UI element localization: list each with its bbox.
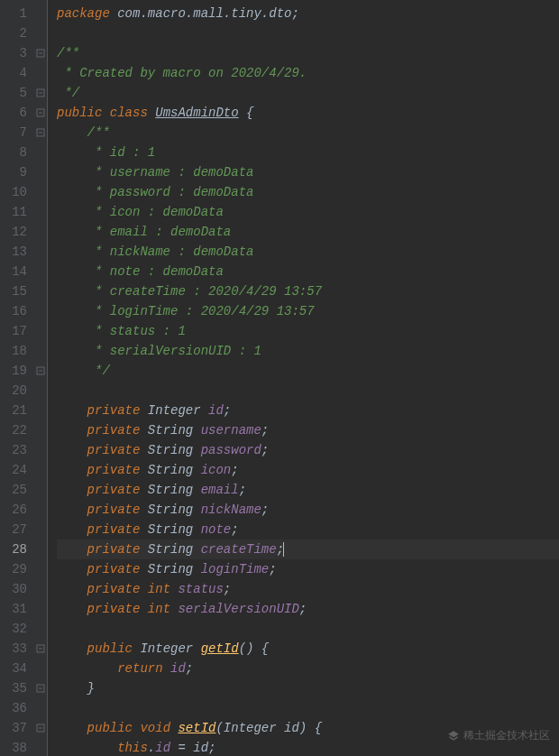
fold-open-icon[interactable] bbox=[34, 43, 47, 63]
fold-spacer bbox=[34, 321, 47, 341]
line-number[interactable]: 1 bbox=[4, 4, 27, 23]
line-number[interactable]: 30 bbox=[4, 579, 27, 599]
line-number[interactable]: 35 bbox=[4, 678, 27, 698]
code-line[interactable]: return id; bbox=[57, 659, 559, 678]
fold-spacer bbox=[34, 420, 47, 440]
line-number[interactable]: 16 bbox=[4, 301, 27, 321]
line-number[interactable]: 32 bbox=[4, 619, 27, 639]
fold-spacer bbox=[34, 599, 47, 619]
fold-close-icon[interactable] bbox=[34, 361, 47, 381]
code-line[interactable]: * email : demoData bbox=[57, 222, 559, 242]
code-line[interactable]: } bbox=[57, 678, 559, 698]
line-number[interactable]: 27 bbox=[4, 520, 27, 539]
code-line[interactable] bbox=[57, 698, 559, 718]
line-number[interactable]: 6 bbox=[4, 103, 27, 123]
line-number[interactable]: 14 bbox=[4, 262, 27, 281]
fold-close-icon[interactable] bbox=[34, 678, 47, 698]
fold-open-icon[interactable] bbox=[34, 718, 47, 738]
line-number[interactable]: 2 bbox=[4, 23, 27, 43]
code-line[interactable]: * serialVersionUID : 1 bbox=[57, 341, 559, 361]
line-number[interactable]: 37 bbox=[4, 718, 27, 738]
fold-close-icon[interactable] bbox=[34, 83, 47, 103]
line-number[interactable]: 21 bbox=[4, 401, 27, 420]
fold-spacer bbox=[34, 281, 47, 301]
line-number[interactable]: 28 bbox=[4, 539, 27, 559]
line-number-gutter[interactable]: 1234567891011121314151617181920212223242… bbox=[0, 0, 34, 756]
line-number[interactable]: 33 bbox=[4, 639, 27, 659]
code-line[interactable]: private String loginTime; bbox=[57, 559, 559, 579]
fold-spacer bbox=[34, 619, 47, 639]
fold-spacer bbox=[34, 460, 47, 480]
code-line[interactable]: public Integer getId() { bbox=[57, 639, 559, 659]
line-number[interactable]: 17 bbox=[4, 321, 27, 341]
code-line[interactable]: private String email; bbox=[57, 480, 559, 500]
line-number[interactable]: 5 bbox=[4, 83, 27, 103]
line-number[interactable]: 26 bbox=[4, 500, 27, 520]
line-number[interactable]: 19 bbox=[4, 361, 27, 381]
line-number[interactable]: 24 bbox=[4, 460, 27, 480]
code-line[interactable]: private String username; bbox=[57, 420, 559, 440]
code-line[interactable]: */ bbox=[57, 361, 559, 381]
code-line[interactable]: /** bbox=[57, 123, 559, 143]
line-number[interactable]: 9 bbox=[4, 162, 27, 182]
line-number[interactable]: 18 bbox=[4, 341, 27, 361]
fold-column[interactable] bbox=[34, 0, 47, 756]
code-line[interactable] bbox=[57, 619, 559, 639]
line-number[interactable]: 36 bbox=[4, 698, 27, 718]
code-line[interactable]: * id : 1 bbox=[57, 143, 559, 162]
line-number[interactable]: 22 bbox=[4, 420, 27, 440]
line-number[interactable]: 38 bbox=[4, 738, 27, 756]
fold-open-icon[interactable] bbox=[34, 103, 47, 123]
code-line[interactable]: package com.macro.mall.tiny.dto; bbox=[57, 4, 559, 23]
line-number[interactable]: 34 bbox=[4, 659, 27, 678]
line-number[interactable]: 31 bbox=[4, 599, 27, 619]
line-number[interactable]: 29 bbox=[4, 559, 27, 579]
line-number[interactable]: 11 bbox=[4, 202, 27, 222]
code-line[interactable]: * status : 1 bbox=[57, 321, 559, 341]
code-line[interactable]: private String note; bbox=[57, 520, 559, 539]
line-number[interactable]: 10 bbox=[4, 182, 27, 202]
code-line[interactable]: * icon : demoData bbox=[57, 202, 559, 222]
code-line[interactable]: * note : demoData bbox=[57, 262, 559, 281]
line-number[interactable]: 15 bbox=[4, 281, 27, 301]
fold-spacer bbox=[34, 539, 47, 559]
line-number[interactable]: 12 bbox=[4, 222, 27, 242]
line-number[interactable]: 25 bbox=[4, 480, 27, 500]
fold-spacer bbox=[34, 738, 47, 756]
code-line[interactable]: * createTime : 2020/4/29 13:57 bbox=[57, 281, 559, 301]
code-line[interactable]: * Created by macro on 2020/4/29. bbox=[57, 63, 559, 83]
fold-spacer bbox=[34, 262, 47, 281]
code-line[interactable]: * loginTime : 2020/4/29 13:57 bbox=[57, 301, 559, 321]
code-line[interactable]: public class UmsAdminDto { bbox=[57, 103, 559, 123]
code-line[interactable]: * username : demoData bbox=[57, 162, 559, 182]
code-line[interactable] bbox=[57, 23, 559, 43]
code-line[interactable]: /** bbox=[57, 43, 559, 63]
code-line[interactable]: private Integer id; bbox=[57, 401, 559, 420]
code-area[interactable]: package com.macro.mall.tiny.dto;/** * Cr… bbox=[48, 0, 559, 756]
line-number[interactable]: 7 bbox=[4, 123, 27, 143]
code-line[interactable]: private String createTime; bbox=[57, 539, 559, 559]
fold-open-icon[interactable] bbox=[34, 123, 47, 143]
code-line[interactable]: * nickName : demoData bbox=[57, 242, 559, 262]
fold-open-icon[interactable] bbox=[34, 639, 47, 659]
line-number[interactable]: 8 bbox=[4, 143, 27, 162]
code-line[interactable]: private int status; bbox=[57, 579, 559, 599]
fold-spacer bbox=[34, 401, 47, 420]
code-editor[interactable]: 1234567891011121314151617181920212223242… bbox=[0, 0, 559, 756]
fold-spacer bbox=[34, 202, 47, 222]
fold-spacer bbox=[34, 23, 47, 43]
line-number[interactable]: 3 bbox=[4, 43, 27, 63]
code-line[interactable]: * password : demoData bbox=[57, 182, 559, 202]
line-number[interactable]: 23 bbox=[4, 440, 27, 460]
watermark-text: 稀土掘金技术社区 bbox=[463, 728, 550, 743]
code-line[interactable]: private String nickName; bbox=[57, 500, 559, 520]
code-line[interactable]: */ bbox=[57, 83, 559, 103]
fold-spacer bbox=[34, 301, 47, 321]
line-number[interactable]: 13 bbox=[4, 242, 27, 262]
code-line[interactable]: private String password; bbox=[57, 440, 559, 460]
line-number[interactable]: 4 bbox=[4, 63, 27, 83]
code-line[interactable] bbox=[57, 381, 559, 401]
line-number[interactable]: 20 bbox=[4, 381, 27, 401]
code-line[interactable]: private int serialVersionUID; bbox=[57, 599, 559, 619]
code-line[interactable]: private String icon; bbox=[57, 460, 559, 480]
